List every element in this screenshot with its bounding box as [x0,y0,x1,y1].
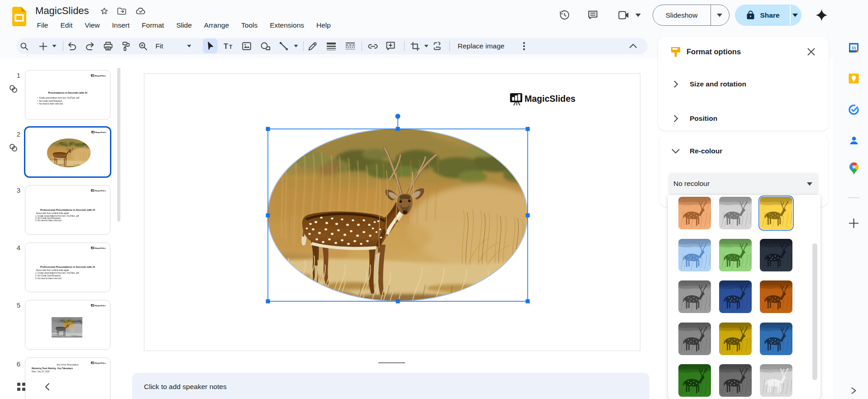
svg-text:MagicSlides: MagicSlides [525,94,576,104]
svg-text:31: 31 [851,45,856,50]
svg-text:T: T [224,43,228,50]
svg-text:T: T [229,44,233,50]
